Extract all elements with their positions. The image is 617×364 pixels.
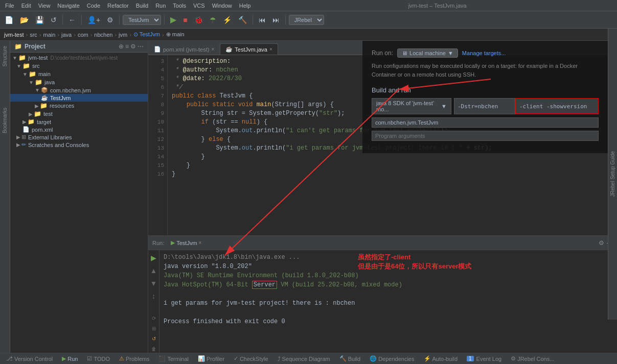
tree-item-root[interactable]: ▼ 📁 jvm-test D:\coder\test\testJvm\jvm-t…: [10, 54, 148, 62]
jrebel-sidebar-label[interactable]: JRebel Setup Guide: [609, 149, 616, 200]
bc-jvm[interactable]: jvm: [119, 32, 127, 38]
tree-item-scratches[interactable]: ▶ ✏ Scratches and Consoles: [10, 141, 148, 149]
tree-item-main[interactable]: ▼ 📁 main: [10, 70, 148, 78]
profiler-icon: 📊: [198, 355, 205, 362]
project-icon-4[interactable]: ⋯: [138, 43, 144, 50]
tab-auto-build[interactable]: ⚡ Auto-build: [420, 354, 462, 363]
tab-event-log[interactable]: 1 Event Log: [463, 355, 506, 363]
menu-item-run[interactable]: Run: [152, 2, 169, 10]
stop-button[interactable]: ■: [180, 14, 190, 26]
tree-item-target[interactable]: ▶ 📁 target: [10, 118, 148, 126]
run-tab-testjvm[interactable]: ▶ TestJvm ×: [167, 238, 205, 247]
run-label-2: Run: [67, 356, 78, 362]
menu-item-code[interactable]: Code: [84, 2, 103, 10]
run-wrap-btn[interactable]: ⟳: [151, 314, 157, 322]
target-arrow-icon: ▶: [22, 119, 27, 125]
main-class-input[interactable]: [372, 117, 599, 128]
line-numbers: 34567 89101112 13141516: [148, 55, 168, 235]
tab-build[interactable]: 🔨 Build: [335, 354, 364, 363]
run-config-dropdown[interactable]: TestJvm: [123, 15, 161, 25]
tree-item-testjvm[interactable]: ☕ TestJvm: [10, 94, 148, 102]
debug-button[interactable]: 🐞: [192, 14, 205, 26]
menu-item-window[interactable]: Window: [209, 2, 235, 10]
pom-tab-close[interactable]: ×: [211, 46, 214, 52]
run-trash-btn[interactable]: 🗑: [150, 345, 157, 353]
tree-item-extlibs[interactable]: ▶ ⊞ External Libraries: [10, 133, 148, 141]
bc-main-method[interactable]: ⊕ main: [166, 31, 185, 38]
sdk-dropdown[interactable]: java 8 SDK of 'jvm-test' mo... ▼: [372, 98, 451, 114]
coverage-button[interactable]: ☂: [207, 14, 219, 26]
profile-button[interactable]: ⚡: [220, 14, 234, 26]
tab-testjvm[interactable]: ☕ TestJvm.java ×: [220, 43, 278, 55]
run-stop-btn[interactable]: ▲: [149, 265, 158, 276]
tree-item-test[interactable]: ▶ 📁 test: [10, 110, 148, 118]
run-button[interactable]: ▶: [168, 13, 179, 26]
build-button[interactable]: 🔨: [236, 14, 249, 26]
tree-item-java[interactable]: ▼ 📁 java: [10, 78, 148, 86]
menu-item-edit[interactable]: Edit: [18, 2, 34, 10]
toolbar-back-btn[interactable]: ←: [66, 14, 78, 26]
prev-button[interactable]: ⏮: [256, 14, 268, 26]
bc-src[interactable]: src: [30, 32, 37, 38]
structure-sidebar-label[interactable]: Structure: [1, 43, 9, 69]
toolbar-open-btn[interactable]: 📂: [17, 14, 31, 26]
tab-run[interactable]: ▶ Run: [58, 354, 82, 363]
bc-com[interactable]: com: [78, 32, 88, 38]
menu-item-help[interactable]: Help: [236, 2, 254, 10]
run-down-btn[interactable]: ▼: [149, 278, 158, 288]
project-icon-3[interactable]: ⚙: [130, 43, 136, 50]
menu-item-view[interactable]: View: [35, 2, 54, 10]
project-icon-2[interactable]: ≡: [125, 43, 129, 50]
run-filter-btn[interactable]: ⊞: [151, 325, 157, 332]
tree-item-src[interactable]: ▼ 📁 src: [10, 62, 148, 70]
jrebel-dropdown[interactable]: JRebel: [289, 15, 324, 25]
toolbar-save-btn[interactable]: 💾: [33, 14, 47, 26]
tree-item-package[interactable]: ▼ 📦 com.nbchen.jvm: [10, 86, 148, 94]
menu-item-refactor[interactable]: Refactor: [104, 2, 132, 10]
tree-item-pom[interactable]: 📄 pom.xml: [10, 126, 148, 133]
bc-nbchen[interactable]: nbchen: [94, 32, 112, 38]
tab-terminal[interactable]: ⬛ Terminal: [154, 354, 193, 363]
bookmarks-sidebar-label[interactable]: Bookmarks: [1, 105, 9, 136]
tree-item-resources[interactable]: ▶ 📁 resources: [10, 102, 148, 110]
bc-testjvm[interactable]: ⊙ TestJvm: [133, 31, 160, 38]
check-icon: ✓: [234, 355, 238, 362]
bc-java[interactable]: java: [61, 32, 72, 38]
tab-pom[interactable]: 📄 pom.xml (jvm-test) ×: [148, 43, 220, 55]
toolbar-refresh-btn[interactable]: ↺: [48, 14, 59, 26]
local-machine-dropdown[interactable]: 🖥 Local machine ▼: [397, 48, 458, 58]
tab-version-control[interactable]: ⎇ Version Control: [2, 354, 57, 363]
tab-dependencies[interactable]: 🌐 Dependencies: [365, 354, 418, 363]
tab-profiler[interactable]: 📊 Profiler: [194, 354, 228, 363]
tab-sequence[interactable]: ⤴ Sequence Diagram: [273, 355, 334, 363]
bc-main[interactable]: main: [43, 32, 56, 38]
next-button[interactable]: ⏭: [270, 14, 282, 26]
bc-project[interactable]: jvm-test: [4, 32, 24, 38]
manage-targets-link[interactable]: Manage targets...: [462, 50, 506, 56]
run-rerun-btn[interactable]: ↺: [151, 335, 157, 343]
project-folder-icon: 📁: [14, 43, 22, 50]
toolbar-add-btn[interactable]: 👤+: [85, 14, 103, 26]
menu-item-build[interactable]: Build: [133, 2, 151, 10]
run-scroll-btn[interactable]: ↕: [151, 291, 156, 301]
tab-problems[interactable]: ⚠ Problems: [115, 354, 153, 363]
menu-item-vcs[interactable]: VCS: [190, 2, 208, 10]
jrebel-cons-label: JRebel Cons...: [517, 356, 554, 362]
tab-jrebel[interactable]: ⚙ JRebel Cons...: [507, 354, 558, 363]
run-settings-icon[interactable]: ⚙: [599, 239, 604, 247]
project-icon-1[interactable]: ⊕: [119, 43, 124, 50]
menu-item-file[interactable]: File: [2, 2, 17, 10]
menu-item-navigate[interactable]: Navigate: [54, 2, 82, 10]
java-tab-close[interactable]: ×: [269, 46, 272, 52]
tab-todo[interactable]: ☑ TODO: [83, 354, 114, 363]
toolbar-new-btn[interactable]: 📄: [2, 14, 16, 26]
run-play-btn[interactable]: ▶: [150, 253, 157, 263]
dep-icon: 🌐: [370, 355, 377, 362]
vm-options-highlighted[interactable]: [515, 98, 599, 114]
toolbar-settings-btn[interactable]: ⚙: [104, 14, 116, 26]
run-tab-close[interactable]: ×: [199, 240, 202, 246]
menu-item-tools[interactable]: Tools: [170, 2, 189, 10]
program-args-input[interactable]: [372, 131, 599, 141]
tab-checkstyle[interactable]: ✓ CheckStyle: [230, 354, 272, 363]
vm-options-prefix[interactable]: [454, 98, 515, 114]
